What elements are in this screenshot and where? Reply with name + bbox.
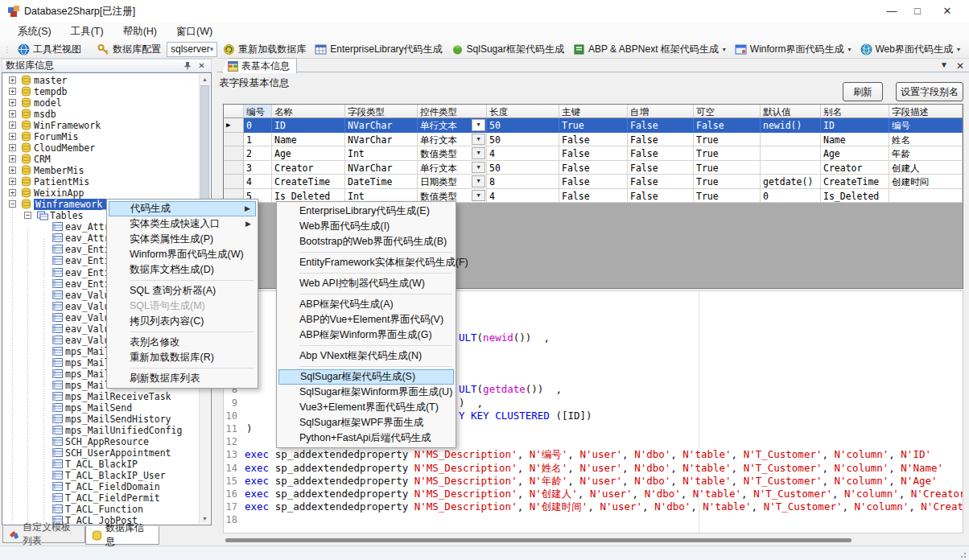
database-type-select[interactable]: sqlserver ▾: [167, 42, 217, 57]
grid-cell[interactable]: False: [628, 189, 694, 204]
grid-cell[interactable]: False: [559, 161, 628, 175]
tree-table-item[interactable]: T_ACL_Function: [2, 504, 200, 515]
grid-cell[interactable]: 1: [244, 133, 272, 147]
grid-cell[interactable]: [761, 133, 821, 147]
combo-dropdown-icon[interactable]: ▼: [472, 190, 485, 202]
maximize-button[interactable]: □: [901, 0, 934, 23]
context-menu-item-10[interactable]: 表别名修改: [109, 335, 256, 350]
context-menu-item-2[interactable]: 实体类属性生成(P): [109, 232, 256, 247]
grid-cell[interactable]: ID: [272, 118, 345, 133]
tree-expand-icon[interactable]: +: [9, 76, 16, 84]
toolbar-abp-button[interactable]: ABP & ABPNext 框架代码生成 ▾: [570, 41, 729, 58]
grid-cell[interactable]: [889, 189, 963, 204]
submenu-item-2[interactable]: Bootstrap的Web界面代码生成(B): [278, 234, 454, 249]
grid-cell[interactable]: 姓名: [889, 133, 963, 147]
grid-cell[interactable]: False: [559, 133, 628, 147]
tree-expand-icon[interactable]: +: [9, 121, 16, 129]
grid-cell[interactable]: False: [694, 118, 761, 133]
tree-expand-icon[interactable]: +: [9, 133, 16, 140]
grid-cell[interactable]: False: [628, 118, 694, 133]
grid-cell[interactable]: 创建人: [889, 161, 963, 175]
code-line[interactable]: exec sp_addextendedproperty N'MS_Descrip…: [245, 462, 943, 475]
tree-db-master[interactable]: +master: [2, 75, 200, 86]
toolbar-enterpriselibrary-button[interactable]: EnterpriseLibrary代码生成: [311, 41, 445, 58]
grid-col-header[interactable]: 长度: [487, 105, 559, 118]
tree-table-item[interactable]: T_ACL_FieldPermit: [2, 492, 200, 504]
code-line[interactable]: ULT(getdate()) ,: [459, 383, 562, 396]
grid-col-header[interactable]: 自增: [628, 105, 694, 118]
code-line[interactable]: ULT(newid()) ,: [459, 331, 550, 344]
grid-cell[interactable]: NVarChar: [345, 118, 418, 133]
toolbar-web-button[interactable]: Web界面代码生成 ▾: [857, 41, 963, 58]
tree-db-ForumMis[interactable]: +ForumMis: [2, 131, 200, 142]
tree-table-item[interactable]: T_ACL_FieldDomain: [2, 481, 200, 492]
tab-custom-templates[interactable]: 自定义模板列表: [2, 526, 85, 543]
submenu-item-10[interactable]: ABP框架Winform界面生成(G): [278, 327, 454, 343]
grid-col-header[interactable]: 主键: [559, 105, 628, 118]
code-line[interactable]: exec sp_addextendedproperty N'MS_Descrip…: [245, 475, 937, 488]
close-button[interactable]: ✕: [931, 0, 963, 23]
grid-col-header[interactable]: 编号: [244, 105, 272, 118]
grid-cell[interactable]: Name: [272, 133, 345, 147]
context-menu-item-1[interactable]: 实体类生成快速入口▶: [109, 216, 256, 232]
tab-database-info[interactable]: 数据库信息: [85, 526, 159, 545]
tree-db-WinFramework[interactable]: +WinFramework: [2, 120, 200, 131]
tree-table-item[interactable]: mps_MailSendHistory: [2, 414, 200, 425]
tree-table-item[interactable]: T_ACL_BlackIP_User: [2, 470, 200, 481]
code-line[interactable]: ): [246, 422, 253, 435]
toolbar-winform-button[interactable]: Winform界面代码生成 ▾: [732, 41, 855, 58]
tree-table-item[interactable]: mps_MailReceiveTask: [2, 391, 200, 402]
tree-table-item[interactable]: mps_MailUnifiedConfig: [2, 425, 200, 436]
combo-dropdown-icon[interactable]: ▼: [472, 134, 485, 146]
tree-table-item[interactable]: mps_MailSend: [2, 402, 200, 414]
grid-cell[interactable]: 3: [244, 161, 272, 175]
grid-row-header[interactable]: [224, 175, 244, 189]
grid-cell[interactable]: 数值类型▼: [418, 146, 487, 161]
tree-db-MemberMis[interactable]: +MemberMis: [2, 165, 200, 176]
tree-db-CloudMember[interactable]: +CloudMember: [2, 142, 200, 154]
grid-cell[interactable]: NVarChar: [345, 133, 418, 147]
tab-table-basic-info[interactable]: 表基本信息: [222, 58, 297, 73]
context-menu-item-8[interactable]: 拷贝列表内容(C): [109, 314, 256, 329]
grid-cell[interactable]: 4: [487, 189, 559, 204]
combo-dropdown-icon[interactable]: ▼: [472, 119, 485, 131]
grid-cell[interactable]: NVarChar: [345, 161, 418, 175]
grid-cell[interactable]: 50: [487, 161, 559, 175]
tree-expand-icon[interactable]: +: [9, 99, 16, 106]
grid-cell[interactable]: ID: [821, 118, 889, 133]
code-hscrollbar-thumb[interactable]: [225, 538, 851, 542]
grid-cell[interactable]: False: [559, 175, 628, 189]
menu-item-0[interactable]: 系统(S): [8, 23, 61, 40]
combo-dropdown-icon[interactable]: ▼: [472, 147, 485, 159]
submenu-item-1[interactable]: Web界面代码生成(I): [278, 219, 454, 234]
tree-db-PatientMis[interactable]: +PatientMis: [2, 176, 200, 187]
grid-cell[interactable]: CreateTime: [272, 175, 345, 189]
grid-cell[interactable]: Creator: [821, 161, 889, 175]
grid-cell[interactable]: True: [559, 118, 628, 133]
submenu-item-0[interactable]: EnterpriseLibrary代码生成(E): [278, 204, 454, 219]
grid-cell[interactable]: 日期类型▼: [418, 175, 487, 189]
code-line[interactable]: Y KEY CLUSTERED ([ID]): [459, 410, 592, 422]
grid-cell[interactable]: [761, 161, 821, 175]
grid-cell[interactable]: False: [628, 175, 694, 189]
menu-item-1[interactable]: 工具(T): [61, 23, 113, 40]
grid-row-header[interactable]: [224, 161, 244, 175]
tree-table-item[interactable]: T_ACL_BlackIP: [2, 459, 200, 470]
code-line[interactable]: exec sp_addextendedproperty N'MS_Descrip…: [245, 448, 931, 461]
submenu-item-6[interactable]: Web API控制器代码生成(W): [278, 276, 454, 291]
grid-cell[interactable]: False: [559, 189, 628, 204]
grid-col-header[interactable]: 默认值: [761, 105, 821, 118]
tree-expand-icon[interactable]: +: [9, 110, 16, 117]
scrollbar-thumb[interactable]: [200, 85, 209, 206]
tree-db-model[interactable]: +model: [2, 97, 200, 109]
tree-db-tempdb[interactable]: +tempdb: [2, 86, 200, 97]
tree-expand-icon[interactable]: +: [9, 88, 16, 95]
tree-expand-icon[interactable]: +: [9, 155, 16, 163]
submenu-item-4[interactable]: EntityFramework实体框架代码生成(F): [278, 255, 454, 270]
context-menu-item-0[interactable]: 代码生成▶: [109, 201, 256, 216]
tree-expand-icon[interactable]: −: [9, 200, 16, 208]
grid-cell[interactable]: True: [694, 146, 761, 161]
submenu-item-17[interactable]: SqlSugar框架WPF界面生成: [278, 415, 454, 430]
toolbar-sqlsugar-button[interactable]: SqlSugar框架代码生成: [448, 41, 567, 58]
grid-cell[interactable]: Is_Deleted: [821, 189, 889, 204]
